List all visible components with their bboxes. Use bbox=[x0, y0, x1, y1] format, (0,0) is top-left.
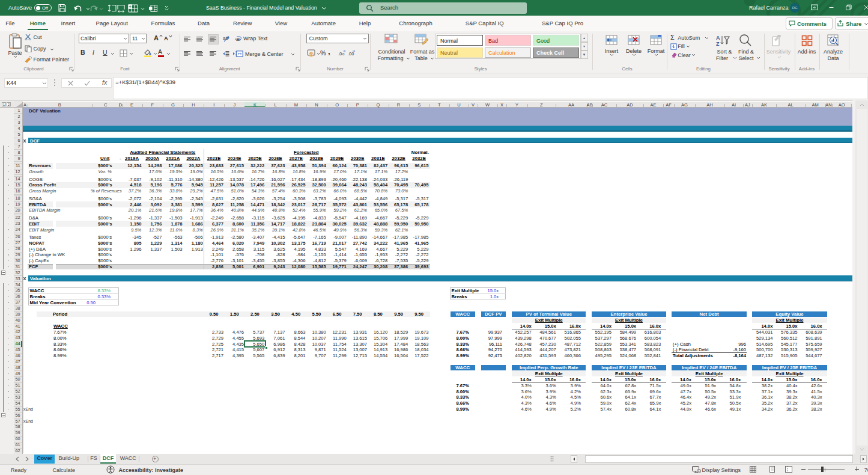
svg-text:$: $ bbox=[310, 52, 312, 57]
svg-text:ab: ab bbox=[236, 37, 241, 41]
svg-text:.00: .00 bbox=[348, 51, 354, 56]
svg-text:Z: Z bbox=[716, 41, 720, 47]
svg-text:.0: .0 bbox=[338, 51, 342, 56]
svg-text:0: 0 bbox=[342, 52, 345, 56]
svg-text:ab: ab bbox=[223, 35, 228, 41]
svg-text:A: A bbox=[716, 35, 720, 41]
